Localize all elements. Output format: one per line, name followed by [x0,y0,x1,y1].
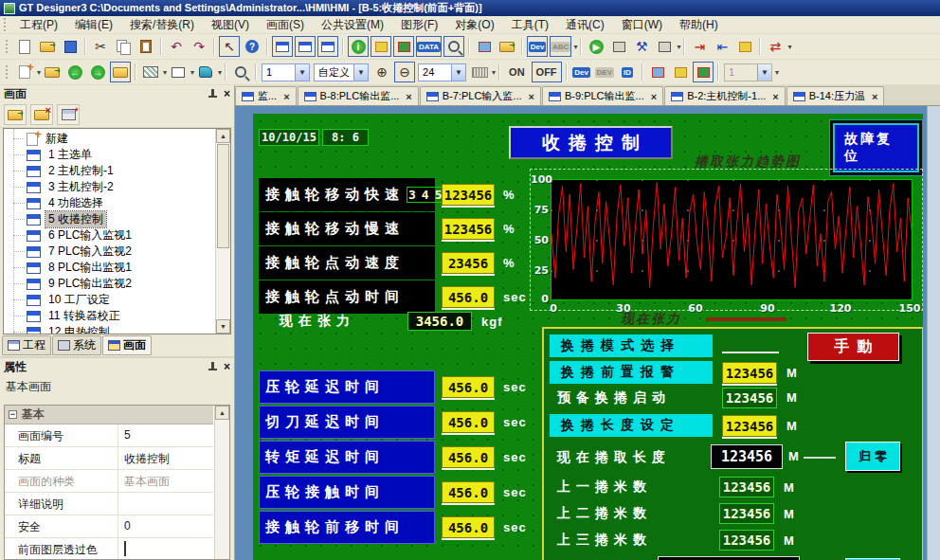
keyboard-chevron[interactable]: ▾ [492,68,496,77]
comm-overflow-chevron[interactable]: ▾ [787,43,791,51]
verify-button[interactable] [734,36,755,57]
value-field[interactable]: 456.0 [442,446,495,468]
next-screen-button[interactable]: → [87,62,108,82]
menu-item[interactable]: 图形(F) [392,16,446,34]
fault-reset-button[interactable]: 故障复位 [829,119,923,176]
tab-project[interactable]: 工程 [2,335,51,355]
tab-screens[interactable]: 画面 [102,335,152,355]
onscreen-keyboard-button[interactable] [469,62,490,82]
read-from-got-button[interactable]: ⇤ [712,36,732,57]
cut-button[interactable]: ✂ [90,36,111,57]
close-panel-icon[interactable] [224,88,230,99]
save-project-button[interactable] [60,36,81,57]
hmi-row-label[interactable]: 切刀延迟时间 [259,406,435,439]
value-field[interactable]: 456.0 [442,376,495,398]
menu-item[interactable]: 工具(T) [503,16,557,34]
close-tab-icon[interactable] [772,91,778,102]
meter-value[interactable]: 123456 [719,530,774,551]
previous-screen-button[interactable]: ← [64,62,85,82]
zoom-area-button[interactable] [230,62,251,82]
property-value[interactable]: 0 [118,515,213,537]
scroll-down-icon[interactable]: ▼ [216,319,230,334]
transfer-button[interactable] [497,36,517,57]
simulator-start-button[interactable]: ▶ [586,36,606,57]
zoom-out-button[interactable]: ⊖ [394,62,415,82]
document-tab[interactable]: B-2:主机控制-1... [664,86,786,105]
window-arrange-button[interactable] [474,36,495,57]
both-layer-button[interactable] [693,62,714,82]
close-tab-icon[interactable] [872,91,877,102]
open-screen-button[interactable] [42,62,63,82]
scale-combobox[interactable]: 24▼ [418,63,466,81]
simulator-overflow-chevron[interactable]: ▾ [677,43,680,51]
canvas-scrollbar[interactable] [927,106,940,560]
tree-item[interactable]: 3 主机控制-2 [4,179,214,195]
current-tension-value[interactable]: 3456.0 [407,312,472,331]
length-set-label[interactable]: 换捲长度设定 [550,414,713,437]
menu-item[interactable]: 编辑(E) [66,16,121,34]
tree-item[interactable]: 6 PLC输入监视1 [4,227,214,244]
time-display[interactable]: 8: 6 [322,129,369,146]
property-row[interactable]: 标题 收捲控制 [5,447,213,470]
alarm-value[interactable]: 123456 [722,362,777,384]
tree-item[interactable]: 7 PLC输入监视2 [4,244,214,260]
property-scrollbar[interactable]: ▲ [214,406,229,559]
property-row[interactable]: 安全 0 [5,515,213,538]
pattern-fill-button[interactable] [140,62,161,82]
object-id-button[interactable]: ID [617,62,638,82]
pin-icon[interactable] [208,89,218,99]
close-tab-icon[interactable] [283,91,289,102]
preview-screen-tool-button[interactable] [57,104,80,125]
write-to-got-button[interactable]: ⇥ [689,36,710,57]
close-screen-button[interactable] [110,62,131,82]
device-list-button[interactable]: Dev [527,36,548,57]
screen-window-button[interactable] [295,36,316,57]
meter-value[interactable]: 123456 [719,503,774,524]
tree-item[interactable]: 5 收捲控制 [4,211,214,227]
scroll-thumb[interactable] [217,144,229,248]
paint-chevron[interactable]: ▾ [218,68,222,77]
clipped-value-field[interactable] [658,556,800,560]
open-screen-tool-button[interactable] [4,104,27,125]
hmi-row-label[interactable]: 接触轮前移时间 [259,511,435,544]
value-field[interactable]: 456.0 [442,286,495,308]
menu-item[interactable]: 对象(O) [446,16,502,34]
scroll-up-icon[interactable]: ▲ [216,129,230,143]
zoom-mode-combobox[interactable]: 自定义▼ [314,63,369,81]
system-device-button[interactable]: DEV [594,62,615,82]
tree-scrollbar[interactable]: ▲ ▼ [215,129,230,334]
undo-button[interactable]: ↶ [166,36,187,57]
tree-item-new[interactable]: 新建 [4,131,214,147]
tree-item[interactable]: 4 功能选择 [4,195,214,211]
reset-to-zero-button[interactable]: 归零 [845,442,900,471]
paste-button[interactable] [136,36,156,57]
simulator-update-button[interactable] [608,36,629,57]
collapse-icon[interactable] [9,410,17,419]
property-value[interactable]: 5 [118,425,213,446]
delete-screen-tool-button[interactable] [30,104,53,125]
menu-item[interactable]: 画面(S) [258,16,313,34]
paint-color-button[interactable] [195,62,216,82]
tree-item[interactable]: 12 电热控制 [4,324,214,334]
close-tab-icon[interactable] [406,91,411,102]
value-field[interactable]: 456.0 [442,516,495,538]
screen-image-list-button[interactable] [272,36,293,57]
screen-number-combobox[interactable]: 1▼ [262,63,310,81]
date-display[interactable]: 10/10/15 [259,129,319,146]
device-display-button[interactable]: Dev [571,62,592,82]
parts-list-button[interactable] [393,36,414,57]
manual-mode-button[interactable]: 手動 [807,333,899,361]
pin-icon[interactable] [208,362,218,372]
scale-combo-arrow[interactable]: ▼ [451,64,465,81]
zoom-in-button[interactable]: ⊕ [371,62,392,82]
screen-settings-button[interactable] [317,36,338,57]
new-screen-chevron[interactable]: ▾ [37,68,41,77]
device-on-button[interactable]: ON [504,62,530,82]
tree-item[interactable]: 11 转换器校正 [4,308,214,324]
prep-value[interactable]: 123456 [722,388,777,408]
back-layer-button[interactable] [670,62,691,82]
preview-button[interactable] [443,36,464,57]
zoom-mode-arrow[interactable]: ▼ [353,64,368,81]
design-canvas[interactable]: 10/10/15 8: 6 收捲控制 故障复位 捲取张力趋势图 100 75 [235,106,940,560]
tree-item[interactable]: 2 主机控制-1 [4,163,214,179]
